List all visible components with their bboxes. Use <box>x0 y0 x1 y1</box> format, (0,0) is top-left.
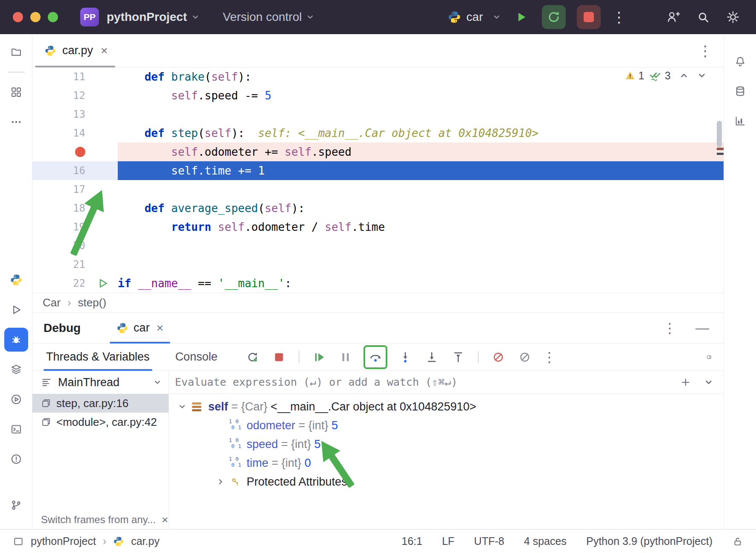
statusbar-item[interactable]: 16:1 <box>401 535 422 547</box>
variable-row[interactable]: self = {Car} <__main__.Car object at 0x1… <box>169 397 724 416</box>
thread-selector[interactable]: MainThread <box>32 371 169 394</box>
run-tool-button[interactable] <box>4 298 28 322</box>
evaluate-input[interactable]: Evaluate expression (↵) or add a watch (… <box>175 376 680 388</box>
chevron-down-icon[interactable] <box>178 402 186 411</box>
minimize-window-button[interactable] <box>30 12 41 22</box>
gutter[interactable]: 20 <box>32 236 118 255</box>
line-number[interactable]: 22 <box>32 274 88 293</box>
line-number[interactable]: 19 <box>32 218 88 236</box>
tab-console[interactable]: Console <box>173 343 220 370</box>
line-number[interactable]: 14 <box>32 124 88 143</box>
close-hint-icon[interactable]: × <box>162 513 168 527</box>
breadcrumb-item[interactable]: step() <box>78 296 106 309</box>
more-actions-kebab[interactable]: ⋮ <box>612 10 626 24</box>
error-stripe-mark[interactable] <box>717 148 724 150</box>
line-number[interactable]: 16 <box>32 161 88 180</box>
frame-row[interactable]: <module>, car.py:42 <box>32 413 169 431</box>
rerun-button[interactable] <box>244 349 261 366</box>
pause-button[interactable] <box>337 349 354 366</box>
view-breakpoints-button[interactable] <box>490 349 507 366</box>
chevron-down-icon[interactable] <box>697 71 707 80</box>
chevron-up-icon[interactable] <box>679 71 689 80</box>
passed-indicator[interactable]: 3 <box>649 69 671 82</box>
statusbar-project[interactable]: pythonProject <box>31 535 96 547</box>
debug-options-kebab[interactable]: ⋮ <box>663 320 677 336</box>
gutter[interactable]: 18 <box>32 199 118 218</box>
line-number[interactable]: 12 <box>32 86 88 105</box>
structure-tool-button[interactable] <box>4 80 28 104</box>
debug-tool-button[interactable] <box>4 328 28 352</box>
step-out-button[interactable] <box>450 349 467 366</box>
settings-button[interactable] <box>724 5 742 29</box>
gutter[interactable]: 22 <box>32 274 118 293</box>
add-user-button[interactable] <box>664 5 683 29</box>
toolbar-kebab[interactable]: ⋮ <box>543 349 556 365</box>
run-config-selector[interactable]: car <box>448 10 501 24</box>
tab-car-py[interactable]: car.py × <box>32 34 118 67</box>
project-selector[interactable]: pythonProject <box>107 10 187 24</box>
resume-button[interactable] <box>311 349 328 366</box>
line-number[interactable]: 20 <box>32 236 88 255</box>
code-editor[interactable]: 11 def brake(self):12 self.speed -= 5131… <box>32 67 724 293</box>
layout-settings-button[interactable] <box>707 349 724 366</box>
tab-options-kebab[interactable]: ⋮ <box>698 42 712 59</box>
add-watch-icon[interactable] <box>680 377 691 388</box>
gutter[interactable]: 17 <box>32 180 118 199</box>
line-number[interactable] <box>32 143 88 161</box>
unlock-icon[interactable] <box>732 536 743 547</box>
variable-row[interactable]: Protected Attributes <box>169 472 724 491</box>
services-tool-button[interactable] <box>4 358 28 381</box>
project-tool-button[interactable] <box>4 40 28 64</box>
run-anything-tool-button[interactable] <box>4 387 28 411</box>
step-over-button[interactable] <box>367 349 384 366</box>
variable-row[interactable]: 1001speed = {int} 5 <box>169 435 724 454</box>
breadcrumb-item[interactable]: Car <box>43 296 61 309</box>
gutter[interactable]: 21 <box>32 255 118 274</box>
python-packages-tool-button[interactable] <box>4 268 28 292</box>
hide-panel-button[interactable]: — <box>695 320 709 336</box>
close-window-button[interactable] <box>13 12 23 22</box>
more-tools-button[interactable] <box>4 110 28 134</box>
zoom-window-button[interactable] <box>48 12 58 22</box>
chevron-right-icon[interactable] <box>216 477 225 486</box>
tab-threads-variables[interactable]: Threads & Variables <box>44 343 152 370</box>
gutter[interactable]: 14 <box>32 124 118 143</box>
statusbar-file[interactable]: car.py <box>131 535 160 547</box>
variable-row[interactable]: 1001odometer = {int} 5 <box>169 416 724 435</box>
gutter[interactable] <box>32 143 118 161</box>
stop-button[interactable] <box>577 5 601 29</box>
line-number[interactable]: 11 <box>32 67 88 86</box>
statusbar-item[interactable]: LF <box>442 535 454 547</box>
notifications-button[interactable] <box>728 49 752 73</box>
problems-tool-button[interactable] <box>4 447 28 471</box>
close-session-icon[interactable]: × <box>157 321 163 335</box>
stop-debug-button[interactable] <box>270 349 288 366</box>
editor-scrollbar-thumb[interactable] <box>717 121 722 147</box>
line-number[interactable]: 17 <box>32 180 88 199</box>
force-step-into-button[interactable] <box>423 349 440 366</box>
statusbar-item[interactable]: UTF-8 <box>474 535 504 547</box>
rerun-debug-button[interactable] <box>542 5 566 29</box>
inspections-widget[interactable]: 1 3 <box>625 69 707 82</box>
step-into-button[interactable] <box>397 349 414 366</box>
run-line-icon[interactable] <box>97 278 108 289</box>
vcs-menu[interactable]: Version control <box>223 10 302 24</box>
line-number[interactable]: 18 <box>32 199 88 218</box>
line-number[interactable]: 21 <box>32 255 88 274</box>
mute-breakpoints-button[interactable] <box>516 349 533 366</box>
search-everywhere-button[interactable] <box>694 5 712 29</box>
terminal-tool-button[interactable] <box>4 417 28 441</box>
chevron-down-icon[interactable] <box>704 378 713 387</box>
breakpoint-icon[interactable] <box>75 147 85 157</box>
run-button[interactable] <box>512 5 531 29</box>
version-control-tool-button[interactable] <box>4 493 28 517</box>
statusbar-item[interactable]: Python 3.9 (pythonProject) <box>586 535 712 547</box>
gutter[interactable]: 19 <box>32 218 118 236</box>
gutter[interactable]: 16 <box>32 161 118 180</box>
error-stripe-mark[interactable] <box>717 153 724 155</box>
close-tab-icon[interactable]: × <box>101 44 108 58</box>
statusbar-item[interactable]: 4 spaces <box>524 535 567 547</box>
variable-row[interactable]: 1001time = {int} 0 <box>169 454 724 472</box>
warnings-indicator[interactable]: 1 <box>625 70 644 82</box>
gutter[interactable]: 12 <box>32 86 118 105</box>
